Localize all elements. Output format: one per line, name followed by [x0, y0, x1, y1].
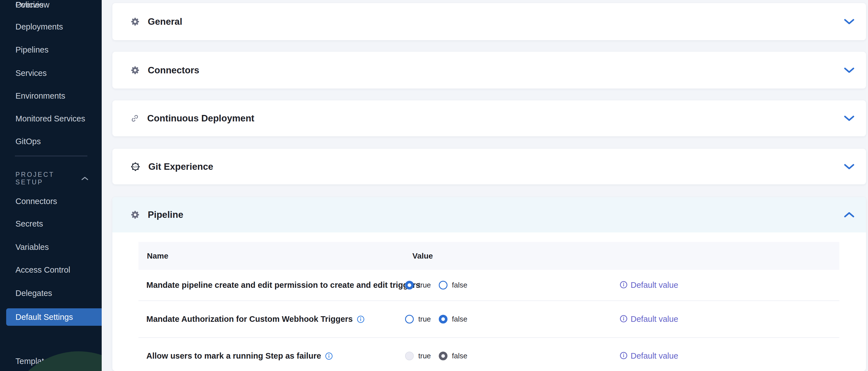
- default-value-label: Default value: [631, 314, 678, 324]
- info-icon: [620, 281, 627, 290]
- chevron-down-icon[interactable]: [844, 115, 855, 121]
- default-value-link[interactable]: Default value: [620, 314, 678, 324]
- section-title: Continuous Deployment: [147, 113, 254, 124]
- radio-group: truefalse: [405, 351, 475, 360]
- setting-name: Mandate Authorization for Custom Webhook…: [138, 314, 365, 324]
- radio-option-true[interactable]: true: [405, 315, 431, 323]
- table-rows: Mandate pipeline create and edit permiss…: [138, 270, 839, 371]
- sidebar-item-gitops[interactable]: GitOps: [16, 137, 41, 146]
- radio-label: false: [452, 281, 467, 289]
- radio-icon: [405, 351, 414, 360]
- chevron-down-icon[interactable]: [844, 19, 855, 25]
- radio-option-true: true: [405, 351, 431, 360]
- section-card-pipeline: Pipeline Name Value Mandate pipeline cre…: [112, 197, 866, 371]
- radio-option-false[interactable]: false: [439, 315, 467, 323]
- gear-icon: [130, 65, 140, 75]
- radio-icon[interactable]: [439, 281, 447, 289]
- sidebar-item-services[interactable]: Services: [16, 68, 46, 78]
- sidebar-item-pipelines[interactable]: Pipelines: [16, 45, 49, 55]
- setting-row: Allow users to mark a running Step as fa…: [138, 337, 839, 371]
- default-value-link[interactable]: Default value: [620, 281, 678, 290]
- pipeline-settings-table: Name Value Mandate pipeline create and e…: [138, 242, 839, 371]
- radio-icon[interactable]: [439, 315, 447, 323]
- radio-group: truefalse: [405, 315, 475, 323]
- section-card-header[interactable]: </> Git Experience: [112, 149, 866, 184]
- project-setup-label: PROJECT SETUP: [16, 171, 81, 186]
- section-title: Connectors: [148, 65, 199, 76]
- section-card-continuous-deployment: Continuous Deployment: [112, 101, 866, 136]
- radio-label: true: [418, 281, 431, 289]
- radio-icon: [439, 351, 447, 360]
- sidebar-item-secrets[interactable]: Secrets: [16, 219, 43, 229]
- section-card-header[interactable]: Connectors: [112, 52, 866, 88]
- sidebar: OverviewDeploymentsPipelinesServicesEnvi…: [0, 0, 102, 371]
- sidebar-item-connectors[interactable]: Connectors: [16, 196, 57, 206]
- settings-panel: General Connectors Continuous Deployment…: [102, 0, 868, 371]
- radio-label: true: [418, 351, 431, 360]
- sidebar-item-delegates[interactable]: Delegates: [16, 288, 52, 298]
- svg-text:</>: </>: [133, 165, 138, 168]
- chevron-down-icon[interactable]: [844, 67, 855, 74]
- section-card-header[interactable]: General: [112, 3, 866, 40]
- radio-label: false: [452, 351, 467, 360]
- radio-label: false: [452, 315, 467, 323]
- chevron-down-icon[interactable]: [844, 164, 855, 170]
- radio-option-true[interactable]: true: [405, 281, 431, 289]
- section-title: General: [148, 16, 182, 27]
- default-value-label: Default value: [631, 351, 678, 361]
- radio-label: true: [418, 315, 431, 323]
- sidebar-item-default-settings[interactable]: Default Settings: [6, 308, 102, 326]
- gear-icon: [130, 17, 140, 26]
- info-icon: [620, 351, 627, 361]
- sidebar-item-policies[interactable]: Policies: [16, 0, 43, 9]
- default-value-link[interactable]: Default value: [620, 351, 678, 361]
- radio-option-false: false: [439, 351, 467, 360]
- chevron-up-icon[interactable]: [844, 212, 855, 218]
- sidebar-item-access-control[interactable]: Access Control: [16, 265, 70, 275]
- sidebar-item-environments[interactable]: Environments: [16, 91, 65, 101]
- setting-name: Mandate pipeline create and edit permiss…: [138, 281, 420, 290]
- section-title: Git Experience: [148, 161, 213, 172]
- setting-row: Mandate Authorization for Custom Webhook…: [138, 301, 839, 337]
- radio-option-false[interactable]: false: [439, 281, 467, 289]
- gear-code-icon: </>: [130, 162, 141, 172]
- sidebar-divider: [15, 156, 87, 156]
- section-card-header[interactable]: Pipeline: [112, 197, 866, 232]
- info-icon[interactable]: [357, 315, 365, 323]
- table-header-row: Name Value: [138, 242, 839, 270]
- default-value-label: Default value: [631, 281, 678, 290]
- info-icon[interactable]: [325, 352, 333, 360]
- section-title: Pipeline: [148, 209, 183, 220]
- gear-icon: [130, 210, 140, 220]
- section-card-git-experience: </> Git Experience: [112, 149, 866, 184]
- sidebar-item-monitored-services[interactable]: Monitored Services: [16, 114, 85, 123]
- setting-name: Allow users to mark a running Step as fa…: [138, 351, 333, 361]
- radio-icon[interactable]: [405, 281, 414, 289]
- section-card-header[interactable]: Continuous Deployment: [112, 101, 866, 136]
- sidebar-item-deployments[interactable]: Deployments: [16, 22, 63, 31]
- chevron-up-icon[interactable]: [81, 175, 89, 182]
- link-icon: [130, 114, 139, 123]
- column-header-value: Value: [412, 252, 433, 260]
- section-card-general: General: [112, 3, 866, 40]
- radio-icon[interactable]: [405, 315, 414, 323]
- sidebar-section-project-setup[interactable]: PROJECT SETUP: [16, 171, 89, 186]
- section-card-connectors: Connectors: [112, 52, 866, 88]
- radio-group: truefalse: [405, 281, 475, 289]
- sidebar-item-variables[interactable]: Variables: [16, 242, 49, 252]
- info-icon: [620, 315, 627, 324]
- column-header-name: Name: [138, 252, 168, 260]
- setting-row: Mandate pipeline create and edit permiss…: [138, 270, 839, 301]
